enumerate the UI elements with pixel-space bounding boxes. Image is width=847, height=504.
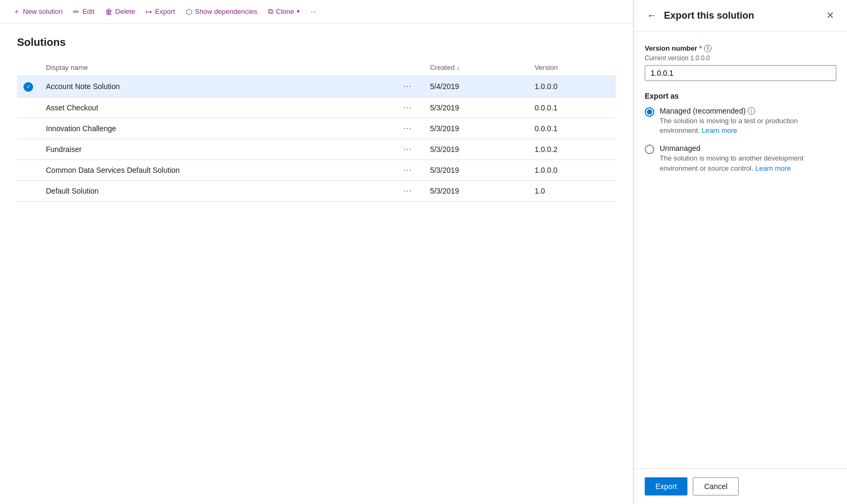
- page-title: Solutions: [17, 36, 616, 49]
- row-menu-3[interactable]: ···: [397, 139, 424, 159]
- current-version-text: Current version 1.0.0.0: [645, 54, 836, 62]
- table-row[interactable]: Innovation Challenge ··· 5/3/2019 0.0.0.…: [17, 118, 616, 139]
- row-version-2: 0.0.0.1: [528, 118, 616, 139]
- row-created-2: 5/3/2019: [424, 118, 528, 139]
- main-panel: ＋ New solution ✏ Edit 🗑 Delete ↦ Export …: [0, 0, 634, 504]
- row-check-3[interactable]: [17, 139, 39, 159]
- plus-icon: ＋: [13, 7, 20, 17]
- clone-chevron-icon: ▾: [297, 8, 300, 15]
- row-menu-dots-icon[interactable]: ···: [403, 186, 412, 195]
- version-info-icon[interactable]: i: [704, 45, 711, 52]
- solutions-table: Display name Created ↓ Version ✓ Account…: [17, 59, 616, 202]
- managed-label: Managed (recommended) i: [660, 107, 836, 115]
- row-menu-dots-icon[interactable]: ···: [403, 103, 412, 112]
- managed-learn-more-link[interactable]: Learn more: [702, 126, 737, 134]
- col-header-menu: [397, 59, 424, 76]
- version-number-label: Version number * i: [645, 44, 836, 52]
- table-row[interactable]: Default Solution ··· 5/3/2019 1.0: [17, 180, 616, 201]
- row-created-4: 5/3/2019: [424, 159, 528, 180]
- side-panel-title: Export this solution: [664, 10, 819, 21]
- row-name-3: Fundraiser: [39, 139, 397, 159]
- more-icon: ···: [311, 7, 316, 15]
- checked-icon: ✓: [23, 82, 33, 92]
- row-menu-2[interactable]: ···: [397, 118, 424, 139]
- row-created-5: 5/3/2019: [424, 180, 528, 201]
- row-created-3: 5/3/2019: [424, 139, 528, 159]
- unmanaged-description: The solution is moving to another develo…: [660, 154, 836, 173]
- side-panel-body: Version number * i Current version 1.0.0…: [634, 31, 847, 468]
- show-dependencies-button[interactable]: ⬡ Show dependencies: [181, 4, 262, 19]
- delete-icon: 🗑: [105, 7, 113, 16]
- unmanaged-learn-more-link[interactable]: Learn more: [755, 164, 790, 172]
- table-row[interactable]: Asset Checkout ··· 5/3/2019 0.0.0.1: [17, 97, 616, 118]
- row-version-1: 0.0.0.1: [528, 97, 616, 118]
- side-panel-footer: Export Cancel: [634, 468, 847, 504]
- col-header-created[interactable]: Created ↓: [424, 59, 528, 76]
- row-check-5[interactable]: [17, 180, 39, 201]
- row-version-5: 1.0: [528, 180, 616, 201]
- row-name-1: Asset Checkout: [39, 97, 397, 118]
- toolbar: ＋ New solution ✏ Edit 🗑 Delete ↦ Export …: [0, 0, 633, 23]
- col-header-check: [17, 59, 39, 76]
- row-name-4: Common Data Services Default Solution: [39, 159, 397, 180]
- row-menu-dots-icon[interactable]: ···: [403, 124, 412, 133]
- row-created-0: 5/4/2019: [424, 76, 528, 98]
- more-options-button[interactable]: ···: [306, 4, 321, 19]
- row-check-0[interactable]: ✓: [17, 76, 39, 98]
- side-panel: ← Export this solution ✕ Version number …: [634, 0, 847, 504]
- close-panel-button[interactable]: ✕: [824, 7, 836, 23]
- row-check-1[interactable]: [17, 97, 39, 118]
- row-version-3: 1.0.0.2: [528, 139, 616, 159]
- row-version-0: 1.0.0.0: [528, 76, 616, 98]
- table-row[interactable]: Fundraiser ··· 5/3/2019 1.0.0.2: [17, 139, 616, 159]
- row-menu-0[interactable]: ···: [397, 76, 424, 98]
- row-version-4: 1.0.0.0: [528, 159, 616, 180]
- export-icon: ↦: [146, 7, 152, 16]
- dependencies-icon: ⬡: [186, 7, 192, 16]
- required-indicator: *: [699, 44, 702, 52]
- managed-description: The solution is moving to a test or prod…: [660, 116, 836, 135]
- clone-button[interactable]: ⧉ Clone ▾: [264, 4, 304, 19]
- managed-info-icon[interactable]: i: [748, 107, 755, 115]
- edit-icon: ✏: [73, 7, 80, 16]
- col-header-version: Version: [528, 59, 616, 76]
- row-menu-dots-icon[interactable]: ···: [403, 165, 412, 174]
- cancel-button[interactable]: Cancel: [693, 477, 739, 495]
- new-solution-button[interactable]: ＋ New solution: [9, 4, 67, 20]
- managed-option[interactable]: Managed (recommended) i The solution is …: [645, 107, 836, 135]
- row-created-1: 5/3/2019: [424, 97, 528, 118]
- row-menu-1[interactable]: ···: [397, 97, 424, 118]
- page-content: Solutions Display name Created ↓ Version…: [0, 23, 633, 504]
- row-menu-4[interactable]: ···: [397, 159, 424, 180]
- row-check-2[interactable]: [17, 118, 39, 139]
- back-button[interactable]: ←: [645, 8, 659, 23]
- unmanaged-option[interactable]: Unmanaged The solution is moving to anot…: [645, 144, 836, 173]
- edit-button[interactable]: ✏ Edit: [69, 4, 98, 19]
- table-row[interactable]: Common Data Services Default Solution ··…: [17, 159, 616, 180]
- row-check-4[interactable]: [17, 159, 39, 180]
- unmanaged-radio[interactable]: [645, 145, 654, 154]
- col-header-display-name: Display name: [39, 59, 397, 76]
- managed-radio[interactable]: [645, 107, 654, 117]
- row-name-5: Default Solution: [39, 180, 397, 201]
- row-name-0: Account Note Solution: [39, 76, 397, 98]
- export-button[interactable]: ↦ Export: [141, 4, 179, 19]
- export-submit-button[interactable]: Export: [645, 477, 687, 495]
- table-row[interactable]: ✓ Account Note Solution ··· 5/4/2019 1.0…: [17, 76, 616, 98]
- row-name-2: Innovation Challenge: [39, 118, 397, 139]
- unmanaged-label: Unmanaged: [660, 144, 836, 153]
- row-menu-dots-icon[interactable]: ···: [403, 82, 412, 91]
- clone-icon: ⧉: [268, 7, 273, 16]
- row-menu-5[interactable]: ···: [397, 180, 424, 201]
- export-as-label: Export as: [645, 92, 836, 100]
- delete-button[interactable]: 🗑 Delete: [101, 4, 140, 19]
- side-panel-header: ← Export this solution ✕: [634, 0, 847, 31]
- version-number-input[interactable]: [645, 65, 836, 81]
- row-menu-dots-icon[interactable]: ···: [403, 145, 412, 154]
